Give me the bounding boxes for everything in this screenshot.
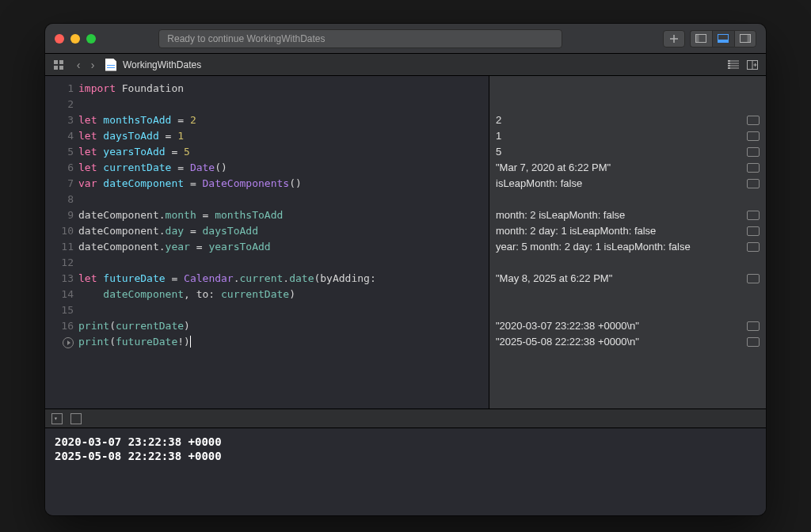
code-line[interactable]: import Foundation [78, 81, 489, 97]
execute-play-icon[interactable] [63, 337, 74, 348]
code-line[interactable] [78, 302, 489, 318]
minimize-button[interactable] [70, 34, 80, 44]
show-navigator-button[interactable] [690, 30, 712, 48]
activity-status[interactable]: Ready to continue WorkingWithDates [158, 29, 562, 48]
add-button[interactable] [663, 30, 685, 48]
debug-console: ▾ 2020-03-07 23:22:38 +0000 2025-05-08 2… [45, 408, 766, 515]
code-line[interactable]: dateComponent.day = daysToAdd [78, 223, 489, 239]
jump-bar[interactable]: ‹ › WorkingWithDates [45, 54, 766, 76]
result-row [496, 81, 760, 97]
quicklook-icon[interactable] [747, 131, 760, 141]
quicklook-icon[interactable] [747, 242, 760, 252]
results-sidebar: 215"Mar 7, 2020 at 6:22 PM"isLeapMonth: … [489, 76, 766, 408]
result-row[interactable]: "2025-05-08 22:22:38 +0000\n" [496, 334, 760, 350]
xcode-window: Ready to continue WorkingWithDates [45, 24, 766, 515]
svg-rect-3 [718, 40, 729, 43]
quicklook-icon[interactable] [747, 337, 760, 347]
result-row[interactable]: 1 [496, 128, 760, 144]
result-row [496, 97, 760, 112]
svg-rect-7 [59, 60, 63, 64]
result-row[interactable]: month: 2 day: 1 isLeapMonth: false [496, 223, 760, 239]
nav-forward-button[interactable]: › [86, 59, 99, 71]
result-text: year: 5 month: 2 day: 1 isLeapMonth: fal… [496, 239, 742, 255]
show-inspector-button[interactable] [734, 30, 756, 48]
result-text: "2020-03-07 23:22:38 +0000\n" [496, 318, 742, 334]
result-row[interactable]: year: 5 month: 2 day: 1 isLeapMonth: fal… [496, 239, 760, 255]
result-text: "May 8, 2025 at 6:22 PM" [496, 271, 742, 287]
traffic-lights [55, 34, 96, 44]
result-text: month: 2 isLeapMonth: false [496, 207, 742, 223]
code-line[interactable]: print(futureDate!) [78, 334, 489, 350]
quicklook-icon[interactable] [747, 147, 760, 157]
result-row [496, 302, 760, 318]
line-number: 6 [45, 160, 74, 176]
quicklook-icon[interactable] [747, 179, 760, 188]
quicklook-icon[interactable] [747, 274, 760, 283]
toolbar-right [663, 30, 756, 48]
quicklook-icon[interactable] [747, 321, 760, 331]
console-line: 2025-05-08 22:22:38 +0000 [55, 449, 756, 463]
code-line[interactable]: dateComponent.month = monthsToAdd [78, 207, 489, 223]
line-number: 12 [45, 255, 74, 271]
text-cursor [190, 336, 191, 348]
result-row[interactable]: "2020-03-07 23:22:38 +0000\n" [496, 318, 760, 334]
result-text: 2 [496, 112, 742, 128]
code-line[interactable]: var dateComponent = DateComponents() [78, 176, 489, 192]
breadcrumb-file[interactable]: WorkingWithDates [123, 59, 201, 70]
result-text: "2025-05-08 22:22:38 +0000\n" [496, 334, 742, 350]
result-row [496, 287, 760, 302]
nav-back-button[interactable]: ‹ [72, 59, 85, 71]
console-filter-icon[interactable]: ▾ [51, 413, 63, 424]
result-row[interactable]: 2 [496, 112, 760, 128]
code-line[interactable] [78, 192, 489, 207]
result-row[interactable]: 5 [496, 144, 760, 160]
outline-icon[interactable] [726, 58, 741, 72]
result-row[interactable]: "Mar 7, 2020 at 6:22 PM" [496, 160, 760, 176]
console-output[interactable]: 2020-03-07 23:22:38 +0000 2025-05-08 22:… [45, 428, 766, 515]
code-area[interactable]: import Foundationlet monthsToAdd = 2let … [78, 76, 489, 408]
result-row[interactable]: month: 2 isLeapMonth: false [496, 207, 760, 223]
result-row[interactable]: isLeapMonth: false [496, 176, 760, 192]
result-text: isLeapMonth: false [496, 176, 742, 192]
result-text: 5 [496, 144, 742, 160]
result-text: month: 2 day: 1 isLeapMonth: false [496, 223, 742, 239]
jumpbar-right [726, 58, 760, 72]
titlebar[interactable]: Ready to continue WorkingWithDates [45, 24, 766, 54]
code-line[interactable] [78, 255, 489, 271]
playground-file-icon [105, 59, 116, 71]
line-number: 13 [45, 271, 74, 287]
quicklook-icon[interactable] [747, 163, 760, 173]
result-row[interactable]: "May 8, 2025 at 6:22 PM" [496, 271, 760, 287]
code-line[interactable]: let monthsToAdd = 2 [78, 112, 489, 128]
status-text: Ready to continue WorkingWithDates [167, 33, 325, 44]
line-number: 15 [45, 302, 74, 318]
result-text: "Mar 7, 2020 at 6:22 PM" [496, 160, 742, 176]
quicklook-icon[interactable] [747, 211, 760, 220]
code-line[interactable]: let yearsToAdd = 5 [78, 144, 489, 160]
svg-rect-5 [747, 35, 750, 43]
svg-rect-9 [59, 66, 63, 70]
line-number: 1 [45, 81, 74, 97]
zoom-button[interactable] [86, 34, 96, 44]
show-debug-button[interactable] [712, 30, 734, 48]
close-button[interactable] [55, 34, 64, 44]
quicklook-icon[interactable] [747, 226, 760, 236]
add-editor-icon[interactable] [745, 58, 760, 72]
code-line[interactable]: let futureDate = Calendar.current.date(b… [78, 271, 489, 287]
console-clear-icon[interactable] [70, 413, 82, 424]
code-line[interactable] [78, 97, 489, 112]
code-line[interactable]: print(currentDate) [78, 318, 489, 334]
code-line[interactable]: let currentDate = Date() [78, 160, 489, 176]
code-editor[interactable]: 12345678910111213141516 import Foundatio… [45, 76, 489, 408]
related-items-icon[interactable] [51, 58, 66, 72]
line-number: 7 [45, 176, 74, 192]
quicklook-icon[interactable] [747, 116, 760, 125]
view-segmented-control [690, 30, 756, 48]
console-toolbar[interactable]: ▾ [45, 409, 766, 428]
code-line[interactable]: let daysToAdd = 1 [78, 128, 489, 144]
line-number-gutter: 12345678910111213141516 [45, 76, 78, 408]
line-number: 3 [45, 112, 74, 128]
code-line[interactable]: dateComponent, to: currentDate) [78, 287, 489, 302]
result-text: 1 [496, 128, 742, 144]
code-line[interactable]: dateComponent.year = yearsToAdd [78, 239, 489, 255]
